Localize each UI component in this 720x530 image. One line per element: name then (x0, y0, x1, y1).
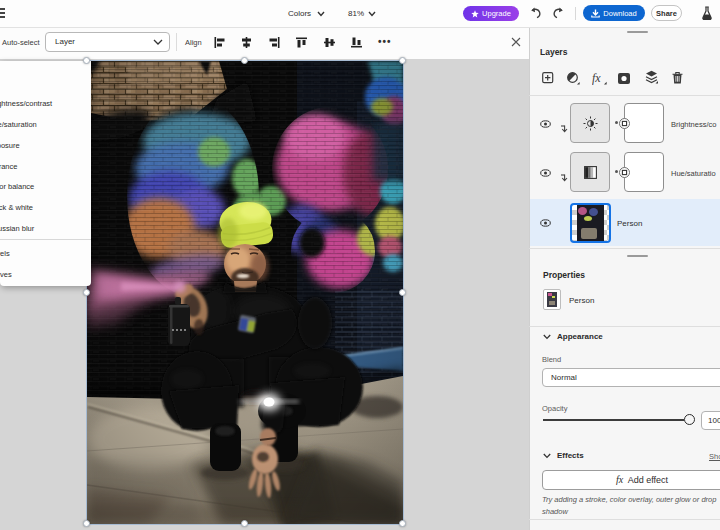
svg-text:fx: fx (592, 71, 601, 85)
